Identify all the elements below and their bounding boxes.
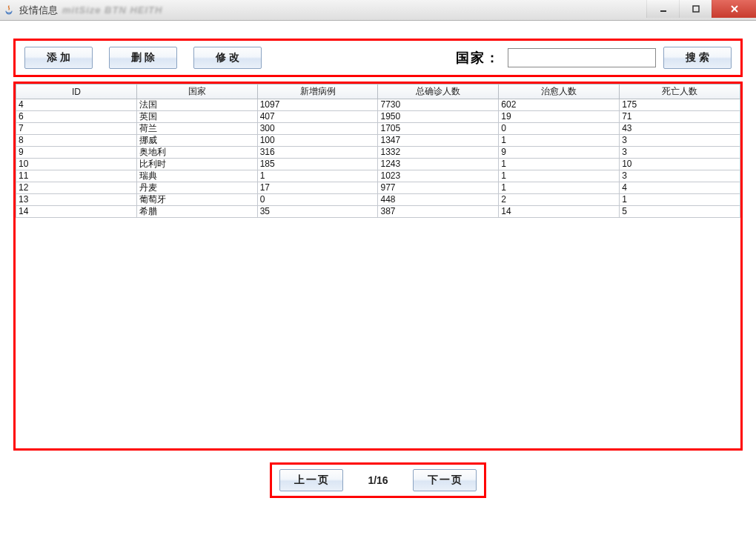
table-row[interactable]: 12丹麦1797714 <box>16 182 740 194</box>
table-cell[interactable]: 1 <box>499 159 620 170</box>
table-cell[interactable]: 2 <box>499 194 620 206</box>
table-cell[interactable]: 12 <box>16 182 137 194</box>
maximize-icon <box>692 4 700 13</box>
table-cell[interactable]: 1 <box>620 194 740 206</box>
table-cell[interactable]: 7 <box>16 123 137 135</box>
table-container: ID 国家 新增病例 总确诊人数 治愈人数 死亡人数 4法国1097773060… <box>13 82 743 451</box>
minimize-button[interactable] <box>646 0 679 18</box>
table-cell[interactable]: 8 <box>16 135 137 147</box>
close-button[interactable] <box>712 0 756 18</box>
table-cell[interactable]: 1 <box>499 170 620 182</box>
edit-button[interactable]: 修改 <box>193 47 262 69</box>
col-death[interactable]: 死亡人数 <box>620 84 740 99</box>
col-new[interactable]: 新增病例 <box>257 84 378 99</box>
table-cell[interactable]: 6 <box>16 111 137 123</box>
table-row[interactable]: 7荷兰3001705043 <box>16 123 740 135</box>
col-total[interactable]: 总确诊人数 <box>378 84 499 99</box>
page-indicator: 1/16 <box>352 474 404 486</box>
table-cell[interactable]: 407 <box>257 111 378 123</box>
blurred-background-text: mitSize BTN HEITH <box>62 4 162 16</box>
table-cell[interactable]: 1347 <box>378 135 499 147</box>
table-cell[interactable]: 3 <box>620 170 740 182</box>
table-cell[interactable]: 1332 <box>378 147 499 159</box>
table-cell[interactable]: 185 <box>257 159 378 170</box>
table-cell[interactable]: 35 <box>257 206 378 218</box>
table-cell[interactable]: 丹麦 <box>136 182 257 194</box>
add-button[interactable]: 添加 <box>24 47 93 69</box>
next-page-button[interactable]: 下一页 <box>413 469 477 491</box>
table-cell[interactable]: 4 <box>16 99 137 111</box>
pager: 上一页 1/16 下一页 <box>270 462 486 498</box>
table-cell[interactable]: 0 <box>257 194 378 206</box>
data-table[interactable]: ID 国家 新增病例 总确诊人数 治愈人数 死亡人数 4法国1097773060… <box>16 84 740 218</box>
table-cell[interactable]: 瑞典 <box>136 170 257 182</box>
table-cell[interactable]: 7730 <box>378 99 499 111</box>
table-row[interactable]: 10比利时1851243110 <box>16 159 740 170</box>
table-cell[interactable]: 13 <box>16 194 137 206</box>
table-cell[interactable]: 0 <box>499 123 620 135</box>
table-row[interactable]: 8挪威100134713 <box>16 135 740 147</box>
table-cell[interactable]: 14 <box>499 206 620 218</box>
table-cell[interactable]: 1023 <box>378 170 499 182</box>
window-controls <box>646 0 756 18</box>
col-id[interactable]: ID <box>16 84 137 99</box>
table-row[interactable]: 13葡萄牙044821 <box>16 194 740 206</box>
table-cell[interactable]: 比利时 <box>136 159 257 170</box>
table-cell[interactable]: 11 <box>16 170 137 182</box>
search-button[interactable]: 搜索 <box>663 47 732 69</box>
table-cell[interactable]: 9 <box>499 147 620 159</box>
col-cured[interactable]: 治愈人数 <box>499 84 620 99</box>
search-input[interactable] <box>508 48 656 67</box>
prev-page-button[interactable]: 上一页 <box>279 469 343 491</box>
maximize-button[interactable] <box>679 0 712 18</box>
table-row[interactable]: 11瑞典1102313 <box>16 170 740 182</box>
table-cell[interactable]: 9 <box>16 147 137 159</box>
table-cell[interactable]: 43 <box>620 123 740 135</box>
search-label: 国家： <box>456 49 500 67</box>
table-cell[interactable]: 奥地利 <box>136 147 257 159</box>
table-cell[interactable]: 1243 <box>378 159 499 170</box>
header-row: ID 国家 新增病例 总确诊人数 治愈人数 死亡人数 <box>16 84 740 99</box>
table-row[interactable]: 9奥地利316133293 <box>16 147 740 159</box>
table-cell[interactable]: 10 <box>620 159 740 170</box>
table-cell[interactable]: 1097 <box>257 99 378 111</box>
pager-container: 上一页 1/16 下一页 <box>13 462 743 498</box>
table-cell[interactable]: 葡萄牙 <box>136 194 257 206</box>
table-row[interactable]: 6英国40719501971 <box>16 111 740 123</box>
table-cell[interactable]: 5 <box>620 206 740 218</box>
table-cell[interactable]: 1 <box>499 182 620 194</box>
table-cell[interactable]: 法国 <box>136 99 257 111</box>
table-cell[interactable]: 10 <box>16 159 137 170</box>
table-cell[interactable]: 977 <box>378 182 499 194</box>
table-cell[interactable]: 602 <box>499 99 620 111</box>
table-cell[interactable]: 387 <box>378 206 499 218</box>
table-cell[interactable]: 1 <box>257 170 378 182</box>
col-country[interactable]: 国家 <box>136 84 257 99</box>
table-cell[interactable]: 挪威 <box>136 135 257 147</box>
table-cell[interactable]: 荷兰 <box>136 123 257 135</box>
table-cell[interactable]: 14 <box>16 206 137 218</box>
table-cell[interactable]: 1705 <box>378 123 499 135</box>
delete-button[interactable]: 删除 <box>109 47 177 69</box>
table-cell[interactable]: 100 <box>257 135 378 147</box>
search-area: 国家： 搜索 <box>456 47 732 69</box>
table-cell[interactable]: 1 <box>499 135 620 147</box>
table-row[interactable]: 14希腊35387145 <box>16 206 740 218</box>
table-cell[interactable]: 4 <box>620 182 740 194</box>
java-icon <box>3 4 15 16</box>
table-cell[interactable]: 3 <box>620 147 740 159</box>
table-cell[interactable]: 300 <box>257 123 378 135</box>
table-cell[interactable]: 71 <box>620 111 740 123</box>
table-cell[interactable]: 175 <box>620 99 740 111</box>
table-cell[interactable]: 1950 <box>378 111 499 123</box>
window-title: 疫情信息 <box>19 4 58 17</box>
table-cell[interactable]: 19 <box>499 111 620 123</box>
table-cell[interactable]: 英国 <box>136 111 257 123</box>
table-cell[interactable]: 316 <box>257 147 378 159</box>
table-cell[interactable]: 448 <box>378 194 499 206</box>
table-cell[interactable]: 3 <box>620 135 740 147</box>
svg-rect-1 <box>693 6 699 12</box>
table-cell[interactable]: 17 <box>257 182 378 194</box>
table-cell[interactable]: 希腊 <box>136 206 257 218</box>
table-row[interactable]: 4法国10977730602175 <box>16 99 740 111</box>
